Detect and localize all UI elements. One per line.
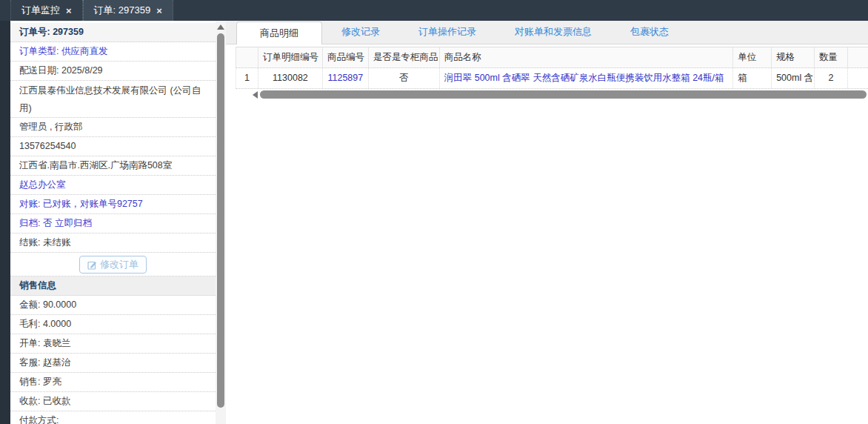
profit-row: 毛利: 4.0000 bbox=[10, 315, 216, 334]
sales-info-header: 销售信息 bbox=[10, 276, 216, 296]
seller-row: 销售: 罗亮 bbox=[10, 373, 216, 392]
tab-package-status[interactable]: 包裹状态 bbox=[611, 20, 688, 44]
window-tab-bar: 订单监控 × 订单: 297359 × bbox=[0, 0, 868, 21]
header-product-name: 商品名称 bbox=[440, 47, 733, 67]
tab-order-operation-log[interactable]: 订单操作记录 bbox=[399, 20, 495, 44]
row-index: 1 bbox=[236, 68, 258, 88]
sidebar-scrollbar[interactable] bbox=[216, 21, 226, 424]
close-icon[interactable]: × bbox=[156, 6, 162, 16]
horizontal-scrollbar-thumb[interactable] bbox=[260, 90, 867, 99]
service-row: 客服: 赵基治 bbox=[10, 354, 216, 373]
order-detail-panel: 商品明细 修改记录 订单操作记录 对账单和发票信息 包裹状态 订单明细编号 商品… bbox=[226, 21, 868, 424]
header-product-no: 商品编号 bbox=[323, 47, 369, 67]
amount-row: 金额: 90.0000 bbox=[10, 296, 216, 315]
window-tab-label: 订单监控 bbox=[21, 4, 60, 17]
scroll-up-arrow-icon[interactable] bbox=[217, 24, 224, 30]
reconcile-link[interactable]: 对账: 已对账，对账单号92757 bbox=[10, 195, 216, 214]
sidebar-scrollbar-thumb[interactable] bbox=[217, 33, 224, 408]
contact-phone: 13576254540 bbox=[10, 137, 216, 156]
spec-cell: 500ml 含 bbox=[772, 68, 815, 88]
unit-cell: 箱 bbox=[733, 68, 772, 88]
order-summary-sidebar: 订单号: 297359 订单类型: 供应商直发 配送日期: 2025/8/29 … bbox=[10, 21, 216, 424]
office-link[interactable]: 赵总办公室 bbox=[10, 176, 216, 195]
customer-company: 江西晨泰伟业信息技术发展有限公司 (公司自用) bbox=[10, 81, 216, 118]
header-is-counter: 是否是专柜商品 bbox=[369, 47, 440, 67]
window-tab-order-monitor[interactable]: 订单监控 × bbox=[10, 0, 83, 21]
detail-tab-strip: 商品明细 修改记录 订单操作记录 对账单和发票信息 包裹状态 bbox=[226, 21, 868, 44]
scroll-left-arrow-icon[interactable] bbox=[253, 91, 258, 99]
window-tab-order-297359[interactable]: 订单: 297359 × bbox=[83, 0, 173, 21]
edit-order-button-label: 修改订单 bbox=[100, 258, 138, 271]
row-spacer bbox=[848, 68, 868, 88]
edit-icon bbox=[87, 260, 97, 270]
edit-order-button[interactable]: 修改订单 bbox=[79, 256, 147, 274]
order-number: 订单号: 297359 bbox=[10, 23, 216, 42]
header-spec: 规格 bbox=[772, 47, 815, 67]
table-horizontal-scrollbar[interactable] bbox=[226, 89, 868, 101]
product-no-link[interactable]: 1125897 bbox=[323, 68, 369, 88]
close-icon[interactable]: × bbox=[66, 6, 72, 16]
delivery-address: 江西省.南昌市.西湖区.广场南路508室 bbox=[10, 156, 216, 176]
qty-cell: 2 bbox=[815, 68, 848, 88]
tab-modify-log[interactable]: 修改记录 bbox=[322, 20, 399, 44]
header-unit: 单位 bbox=[733, 47, 772, 67]
settle-status: 结账: 未结账 bbox=[10, 233, 216, 253]
payment-status-row: 收款: 已收款 bbox=[10, 392, 216, 411]
delivery-date: 配送日期: 2025/8/29 bbox=[10, 62, 216, 81]
detail-no-cell: 1130082 bbox=[258, 68, 323, 88]
tab-product-detail[interactable]: 商品明细 bbox=[236, 21, 322, 44]
tab-statement-invoice-info[interactable]: 对账单和发票信息 bbox=[495, 20, 611, 44]
biller-row: 开单: 袁晓兰 bbox=[10, 334, 216, 354]
order-type-link[interactable]: 订单类型: 供应商直发 bbox=[10, 42, 216, 62]
table-header-row: 订单明细编号 商品编号 是否是专柜商品 商品名称 单位 规格 数量 bbox=[236, 47, 868, 68]
is-counter-cell: 否 bbox=[369, 68, 440, 88]
contact-person: 管理员 , 行政部 bbox=[10, 118, 216, 137]
edit-order-row: 修改订单 bbox=[10, 253, 216, 276]
window-tab-label: 订单: 297359 bbox=[94, 4, 151, 17]
product-detail-table: 订单明细编号 商品编号 是否是专柜商品 商品名称 单位 规格 数量 1 1130… bbox=[236, 47, 868, 89]
pay-method-row: 付款方式: bbox=[10, 411, 216, 424]
header-row-index bbox=[236, 47, 258, 67]
header-detail-no: 订单明细编号 bbox=[258, 47, 323, 67]
header-spacer bbox=[848, 47, 868, 67]
header-qty: 数量 bbox=[815, 47, 848, 67]
product-name-link[interactable]: 润田翠 500ml 含硒翠 天然含硒矿泉水白瓶便携装饮用水整箱 24瓶/箱 bbox=[440, 68, 733, 88]
table-row: 1 1130082 1125897 否 润田翠 500ml 含硒翠 天然含硒矿泉… bbox=[236, 68, 868, 89]
archive-link[interactable]: 归档: 否 立即归档 bbox=[10, 214, 216, 233]
left-edge-strip bbox=[0, 21, 10, 424]
